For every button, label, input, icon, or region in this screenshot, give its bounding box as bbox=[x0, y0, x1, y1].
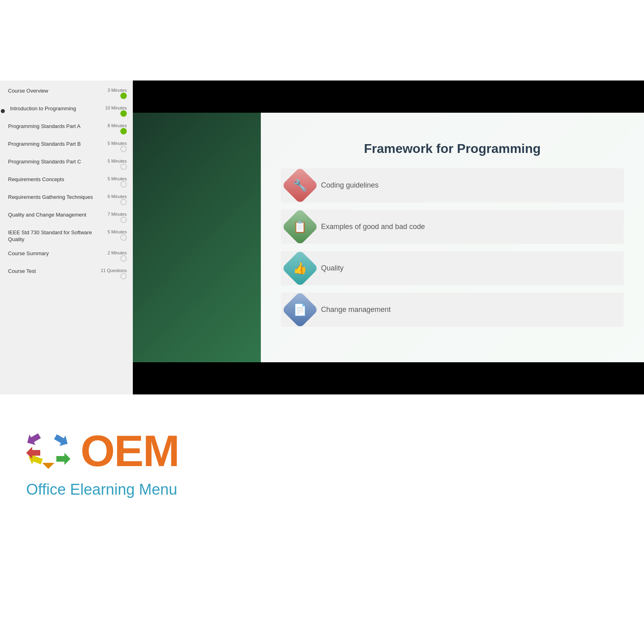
oem-brand-text: OEM bbox=[80, 429, 179, 473]
requirements-gathering-minutes: 6 Minutes bbox=[107, 194, 127, 199]
slide-inner: Framework for Programming 🔧 Coding guide… bbox=[261, 113, 644, 362]
course-summary-indicator bbox=[120, 255, 127, 262]
prog-standards-c-minutes: 5 Minutes bbox=[107, 159, 127, 163]
main-content-area: Course Overview 3 Minutes Introduction t… bbox=[0, 80, 644, 394]
framework-item-change: 📄 Change management bbox=[281, 293, 624, 327]
oem-logo-arrows bbox=[24, 427, 72, 475]
course-test-minutes: 11 Questions bbox=[101, 268, 127, 273]
sidebar-item-intro-programming[interactable]: Introduction to Programming 10 Minutes bbox=[0, 102, 133, 120]
prog-standards-c-indicator bbox=[120, 163, 127, 170]
intro-programming-title: Introduction to Programming bbox=[10, 105, 95, 112]
sidebar-item-requirements-concepts[interactable]: Requirements Concepts 5 Minutes bbox=[0, 173, 133, 191]
sidebar-item-course-test[interactable]: Course Test 11 Questions bbox=[0, 265, 133, 283]
slide-title: Framework for Programming bbox=[281, 141, 624, 156]
prog-standards-b-minutes: 5 Minutes bbox=[107, 141, 127, 146]
framework-item-quality: 👍 Quality bbox=[281, 251, 624, 285]
sidebar-item-course-overview[interactable]: Course Overview 3 Minutes bbox=[0, 85, 133, 102]
coding-icon: 🔧 bbox=[281, 167, 318, 204]
quality-icon: 👍 bbox=[281, 250, 318, 287]
quality-label: Quality bbox=[321, 264, 344, 272]
black-bottom-bar bbox=[133, 362, 644, 394]
course-sidebar: Course Overview 3 Minutes Introduction t… bbox=[0, 80, 133, 394]
requirements-concepts-indicator bbox=[120, 181, 127, 188]
sidebar-item-ieee-std[interactable]: IEEE Std 730 Standard for Software Quali… bbox=[0, 226, 133, 247]
quality-change-title: Quality and Change Management bbox=[8, 212, 95, 219]
svg-marker-4 bbox=[42, 463, 54, 469]
requirements-gathering-indicator bbox=[120, 199, 127, 205]
course-overview-minutes: 3 Minutes bbox=[107, 88, 127, 93]
sidebar-item-prog-standards-a[interactable]: Programming Standards Part A 8 Minutes bbox=[0, 120, 133, 138]
sidebar-item-requirements-gathering[interactable]: Requirements Gathering Techniques 6 Minu… bbox=[0, 191, 133, 208]
ieee-std-minutes: 5 Minutes bbox=[107, 229, 127, 234]
course-summary-minutes: 2 Minutes bbox=[107, 250, 127, 255]
intro-programming-indicator bbox=[120, 110, 127, 117]
course-overview-title: Course Overview bbox=[8, 88, 95, 95]
change-icon: 📄 bbox=[281, 291, 318, 328]
quality-change-indicator bbox=[120, 217, 127, 223]
requirements-concepts-minutes: 5 Minutes bbox=[107, 176, 127, 181]
course-overview-indicator bbox=[120, 93, 127, 99]
intro-programming-minutes: 10 Minutes bbox=[105, 105, 127, 110]
course-test-indicator bbox=[120, 273, 127, 279]
oem-subtitle-text: Office Elearning Menu bbox=[26, 481, 177, 498]
course-test-title: Course Test bbox=[8, 268, 95, 275]
content-area: Framework for Programming 🔧 Coding guide… bbox=[133, 80, 644, 394]
sidebar-item-prog-standards-b[interactable]: Programming Standards Part B 5 Minutes bbox=[0, 138, 133, 155]
prog-standards-a-indicator bbox=[120, 128, 127, 134]
ieee-std-indicator bbox=[120, 234, 127, 241]
top-white-space bbox=[0, 0, 644, 80]
svg-marker-0 bbox=[24, 431, 42, 448]
requirements-gathering-title: Requirements Gathering Techniques bbox=[8, 194, 95, 201]
logo-top: OEM bbox=[24, 427, 179, 475]
sidebar-item-prog-standards-c[interactable]: Programming Standards Part C 5 Minutes bbox=[0, 155, 133, 173]
requirements-concepts-title: Requirements Concepts bbox=[8, 176, 95, 183]
active-indicator bbox=[1, 109, 5, 113]
prog-standards-b-title: Programming Standards Part B bbox=[8, 141, 95, 148]
svg-marker-2 bbox=[56, 453, 70, 465]
bottom-logo-area: OEM Office Elearning Menu bbox=[0, 394, 644, 644]
framework-item-coding: 🔧 Coding guidelines bbox=[281, 168, 624, 202]
ieee-std-title: IEEE Std 730 Standard for Software Quali… bbox=[8, 229, 95, 243]
prog-standards-a-minutes: 8 Minutes bbox=[107, 123, 127, 128]
examples-icon: 📋 bbox=[281, 208, 318, 245]
prog-standards-a-title: Programming Standards Part A bbox=[8, 123, 95, 130]
svg-marker-1 bbox=[52, 431, 70, 449]
prog-standards-c-title: Programming Standards Part C bbox=[8, 159, 95, 165]
prog-standards-b-indicator bbox=[120, 146, 127, 152]
sidebar-item-course-summary[interactable]: Course Summary 2 Minutes bbox=[0, 247, 133, 265]
sidebar-item-quality-change[interactable]: Quality and Change Management 7 Minutes bbox=[0, 208, 133, 226]
examples-label: Examples of good and bad code bbox=[321, 223, 425, 231]
change-label: Change management bbox=[321, 305, 391, 314]
coding-label: Coding guidelines bbox=[321, 181, 379, 190]
course-summary-title: Course Summary bbox=[8, 250, 95, 257]
logo-container: OEM Office Elearning Menu bbox=[24, 427, 179, 498]
framework-item-examples: 📋 Examples of good and bad code bbox=[281, 210, 624, 244]
slide-container: Framework for Programming 🔧 Coding guide… bbox=[133, 113, 644, 362]
quality-change-minutes: 7 Minutes bbox=[107, 212, 127, 217]
black-top-bar bbox=[133, 80, 644, 113]
